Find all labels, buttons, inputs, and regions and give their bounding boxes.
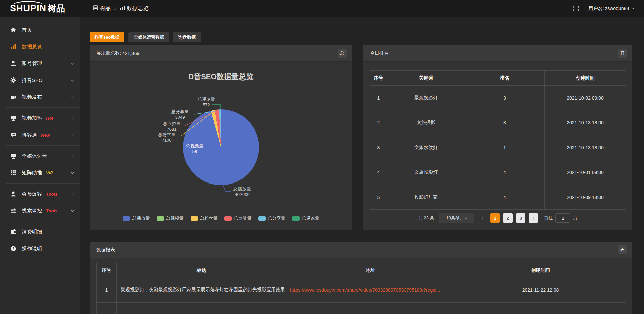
pie-label-fans: 总粉丝量 7100 — [153, 132, 181, 143]
goto-page: 前往 页 — [544, 213, 577, 223]
legend-swatch — [157, 216, 164, 221]
sidebar-item-video-publish[interactable]: 视频发布 — [0, 89, 80, 105]
table-row: 4 文旅投影灯 4 2021-10-01 09:00 — [370, 160, 626, 185]
legend-label: 总点赞量 — [234, 215, 252, 221]
sidebar-item-matrix-boost[interactable]: 矩阵助推 VIP — [0, 164, 80, 181]
user-icon — [10, 191, 17, 197]
cell-keyword: 文旅投影 — [387, 110, 465, 135]
ranking-table: 序号 关键词 排名 创建时间 1 景观投影灯 3 2021-10-02 09:0… — [370, 70, 626, 210]
tools-badge: Tools — [46, 208, 57, 213]
column-header: 关键词 — [387, 71, 465, 86]
legend-item-plays[interactable]: 总播放量 — [123, 215, 150, 221]
pie-leader-lines — [90, 62, 352, 230]
column-header: 排名 — [465, 71, 545, 86]
cell-rank: 3 — [465, 110, 545, 135]
goto-page-input[interactable] — [555, 213, 570, 223]
pie-label-plays: 总播放量 402909 — [227, 186, 258, 197]
tab-douyin-seo[interactable]: 抖音seo数据 — [90, 32, 124, 42]
cell-rank: 4 — [465, 185, 545, 210]
chevron-down-icon — [71, 154, 74, 157]
cell-index: 1 — [370, 86, 387, 110]
pie-label-name: 总评论量 — [192, 96, 220, 102]
cell-index: 5 — [370, 185, 387, 210]
total-badge-button[interactable]: 总 — [338, 49, 347, 58]
username-label: 用户名: zswodun88 — [588, 6, 629, 12]
pagination: 共 23 条 10条/页 ‹ 1 2 3 › 前往 页 — [363, 213, 632, 223]
main-content: 抖音seo数据 全媒体运营数据 询盘数据 展现量总数: 421,369 总 D音… — [80, 17, 644, 314]
hot-badge: Hot — [46, 116, 53, 121]
page-button-2[interactable]: 2 — [503, 213, 513, 223]
tab-media-operation[interactable]: 全媒体运营数据 — [128, 32, 169, 42]
table-badge-button[interactable]: 表 — [618, 245, 627, 254]
sidebar-item-media-operation[interactable]: 全媒体运营 — [0, 148, 80, 164]
day-badge-button[interactable]: 日 — [618, 49, 627, 58]
home-icon — [10, 27, 17, 33]
pie-label-name: 总分享量 — [166, 109, 194, 114]
chevron-down-icon — [71, 116, 74, 119]
overview-panel: 展现量总数: 421,369 总 D音SEO数据量总览 总评论量 — [90, 45, 352, 230]
sidebar-item-label: 抖客通 — [22, 132, 37, 138]
logo-cn-text: 树品 — [48, 3, 65, 14]
pie-label-name: 总视频量 — [180, 143, 209, 149]
breadcrumb-current-label: 数据总览 — [127, 5, 149, 12]
sidebar-item-label: 视频加热 — [22, 115, 42, 121]
cell-url: https://www.iesdouyin.com/share/video/70… — [286, 277, 455, 303]
legend-item-shares[interactable]: 总分享量 — [258, 215, 285, 221]
cell-index: 2 — [370, 110, 387, 135]
sidebar-item-data-overview[interactable]: 数据总览 — [0, 38, 80, 55]
sidebar-item-douyin-seo[interactable]: 抖音SEO — [0, 72, 80, 89]
page-button-3[interactable]: 3 — [516, 213, 525, 223]
legend-item-likes[interactable]: 总点赞量 — [224, 215, 252, 221]
user-icon — [10, 60, 17, 66]
logo[interactable]: SHUPIN 树品 — [0, 3, 80, 14]
breadcrumb-root-label: 树品 — [100, 5, 111, 12]
sidebar-item-help[interactable]: ? 操作说明 — [0, 240, 80, 257]
cell-time: 2021-10-02 09:00 — [545, 86, 626, 110]
report-title: 数据报表 — [96, 247, 115, 253]
sidebar-item-video-heat[interactable]: 视频加热 Hot — [0, 110, 80, 126]
legend-swatch — [292, 216, 300, 221]
screen-icon — [10, 115, 17, 121]
sidebar-item-consumption-detail[interactable]: 消费明细 — [0, 223, 80, 240]
page-size-select[interactable]: 10条/页 — [439, 213, 474, 223]
sidebar-item-member-baoke[interactable]: 会员爆客 Tools — [0, 186, 80, 202]
table-header-row: 序号 关键词 排名 创建时间 — [370, 71, 626, 86]
legend-item-comments[interactable]: 总评论量 — [292, 215, 319, 221]
breadcrumb-root[interactable]: 树品 — [93, 5, 111, 12]
page-button-1[interactable]: 1 — [490, 213, 500, 223]
legend-item-fans[interactable]: 总粉丝量 — [191, 215, 218, 221]
sidebar-item-douketong[interactable]: 抖客通 New — [0, 126, 80, 143]
chevron-down-icon — [71, 192, 74, 195]
tab-inquiry[interactable]: 询盘数据 — [173, 32, 201, 42]
chevron-down-icon — [631, 6, 635, 10]
monitor-icon — [10, 153, 17, 159]
report-panel-header: 数据报表 — [90, 242, 632, 258]
chevron-down-icon — [71, 209, 74, 212]
pie-label-name: 总播放量 — [227, 186, 258, 192]
sliders-icon — [10, 208, 17, 214]
pie-label-value: 572 — [192, 102, 220, 108]
table-row-partial — [97, 303, 626, 314]
overview-panel-header: 展现量总数: 421,369 — [90, 45, 352, 62]
next-page-button[interactable]: › — [529, 213, 538, 223]
legend-swatch — [258, 216, 266, 221]
sidebar-item-clue-monitor[interactable]: 线索监控 Tools — [0, 202, 80, 219]
chevron-down-icon — [465, 216, 467, 219]
column-header: 序号 — [370, 71, 387, 86]
chevron-down-icon — [71, 78, 74, 82]
logo-en-text: SHUPIN — [10, 3, 46, 14]
pagination-total: 共 23 条 — [418, 215, 434, 221]
pie-label-value: 58 — [180, 149, 209, 154]
video-link[interactable]: https://www.iesdouyin.com/share/video/70… — [290, 287, 440, 293]
sidebar-item-account[interactable]: 账号管理 — [0, 55, 80, 72]
ranking-title: 今日排名 — [370, 50, 389, 56]
user-menu[interactable]: 用户名: zswodun88 — [588, 6, 634, 12]
breadcrumb-current: 数据总览 — [120, 5, 149, 12]
cell-keyword: 景观投影灯 — [387, 86, 465, 110]
sidebar-item-home[interactable]: 首页 — [0, 21, 80, 38]
sidebar-item-label: 视频发布 — [22, 94, 42, 100]
prev-page-button[interactable]: ‹ — [478, 213, 487, 223]
goto-label: 前往 — [544, 215, 553, 221]
legend-item-videos[interactable]: 总视频量 — [157, 215, 184, 221]
fullscreen-icon[interactable] — [573, 5, 579, 12]
